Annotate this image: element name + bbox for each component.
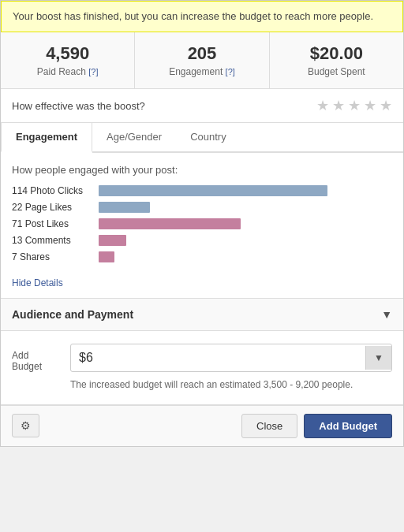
banner-text: Your boost has finished, but you can inc… xyxy=(13,10,373,22)
rating-question: How effective was the boost? xyxy=(12,100,145,112)
bar-0 xyxy=(99,185,327,196)
star-4[interactable]: ★ xyxy=(364,97,376,114)
bar-row-2: 71 Post Likes xyxy=(12,218,392,229)
bar-container-0 xyxy=(99,185,392,196)
add-budget-button[interactable]: Add Budget xyxy=(304,414,392,438)
engagement-section: How people engaged with your post: 114 P… xyxy=(1,153,403,298)
star-rating[interactable]: ★ ★ ★ ★ ★ xyxy=(316,97,392,114)
audience-payment-header[interactable]: Audience and Payment ▼ xyxy=(1,298,403,331)
bar-label-1: 22 Page Likes xyxy=(12,202,99,213)
bar-row-4: 7 Shares xyxy=(12,251,392,262)
bar-2 xyxy=(99,218,241,229)
bar-1 xyxy=(99,202,150,213)
bar-3 xyxy=(99,235,126,246)
budget-spent-label: Budget Spent xyxy=(276,66,397,77)
bar-label-0: 114 Photo Clicks xyxy=(12,185,99,196)
paid-reach-value: 4,590 xyxy=(7,43,128,64)
rating-row: How effective was the boost? ★ ★ ★ ★ ★ xyxy=(1,89,403,123)
budget-dropdown-icon[interactable]: ▼ xyxy=(365,346,391,370)
gear-icon: ⚙ xyxy=(21,419,31,432)
bar-row-3: 13 Comments xyxy=(12,235,392,246)
bar-label-3: 13 Comments xyxy=(12,235,99,246)
stat-budget-spent: $20.00 Budget Spent xyxy=(270,32,403,88)
bar-row-0: 114 Photo Clicks xyxy=(12,185,392,196)
bar-rows: 114 Photo Clicks22 Page Likes71 Post Lik… xyxy=(12,185,392,262)
bar-container-2 xyxy=(99,218,392,229)
stat-paid-reach: 4,590 Paid Reach [?] xyxy=(1,32,135,88)
stat-engagement: 205 Engagement [?] xyxy=(135,32,269,88)
budget-select[interactable]: $6 ▼ xyxy=(70,344,392,372)
main-container: Your boost has finished, but you can inc… xyxy=(0,0,404,447)
bar-row-1: 22 Page Likes xyxy=(12,202,392,213)
bar-container-3 xyxy=(99,235,392,246)
paid-reach-help[interactable]: [?] xyxy=(88,67,98,76)
bar-4 xyxy=(99,251,114,262)
stats-row: 4,590 Paid Reach [?] 205 Engagement [?] … xyxy=(1,32,403,89)
tab-country[interactable]: Country xyxy=(176,123,241,153)
bar-label-4: 7 Shares xyxy=(12,251,99,262)
paid-reach-label: Paid Reach [?] xyxy=(7,66,128,77)
bar-label-2: 71 Post Likes xyxy=(12,218,99,229)
chevron-down-icon: ▼ xyxy=(381,308,392,321)
bar-container-1 xyxy=(99,202,392,213)
engagement-section-title: How people engaged with your post: xyxy=(12,164,392,176)
star-1[interactable]: ★ xyxy=(316,97,329,114)
star-2[interactable]: ★ xyxy=(332,97,345,114)
budget-row: AddBudget $6 ▼ The increased budget will… xyxy=(12,344,392,392)
hide-details-link[interactable]: Hide Details xyxy=(12,274,63,292)
close-button[interactable]: Close xyxy=(241,414,297,438)
budget-label: AddBudget xyxy=(12,344,59,372)
footer-actions: Close Add Budget xyxy=(241,414,392,438)
star-5[interactable]: ★ xyxy=(380,97,392,114)
boost-finished-banner: Your boost has finished, but you can inc… xyxy=(1,1,403,32)
budget-section: AddBudget $6 ▼ The increased budget will… xyxy=(1,331,403,405)
gear-button[interactable]: ⚙ xyxy=(12,414,39,437)
bar-container-4 xyxy=(99,251,392,262)
footer: ⚙ Close Add Budget xyxy=(1,405,403,446)
tab-age-gender[interactable]: Age/Gender xyxy=(92,123,176,153)
engagement-label: Engagement [?] xyxy=(141,66,262,77)
audience-payment-title: Audience and Payment xyxy=(12,308,133,321)
budget-note: The increased budget will reach an estim… xyxy=(70,378,392,392)
budget-spent-value: $20.00 xyxy=(276,43,397,64)
star-3[interactable]: ★ xyxy=(348,97,361,114)
budget-input-wrap: $6 ▼ The increased budget will reach an … xyxy=(70,344,392,392)
engagement-help[interactable]: [?] xyxy=(226,67,235,76)
engagement-value: 205 xyxy=(141,43,262,64)
tab-engagement[interactable]: Engagement xyxy=(1,122,92,153)
tabs-bar: Engagement Age/Gender Country xyxy=(1,123,403,153)
budget-value: $6 xyxy=(71,344,365,371)
